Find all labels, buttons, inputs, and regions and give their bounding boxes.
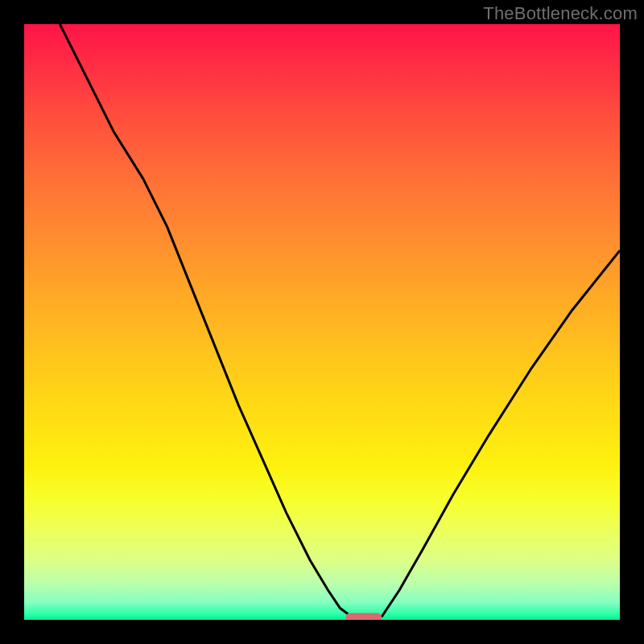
watermark-text: TheBottleneck.com (483, 3, 638, 24)
chart-svg (24, 24, 620, 620)
plot-area (24, 24, 620, 620)
optimal-marker (346, 613, 382, 621)
chart-frame: TheBottleneck.com (0, 0, 644, 644)
bottleneck-curve-left (60, 24, 352, 617)
bottleneck-curve-right (382, 250, 620, 617)
